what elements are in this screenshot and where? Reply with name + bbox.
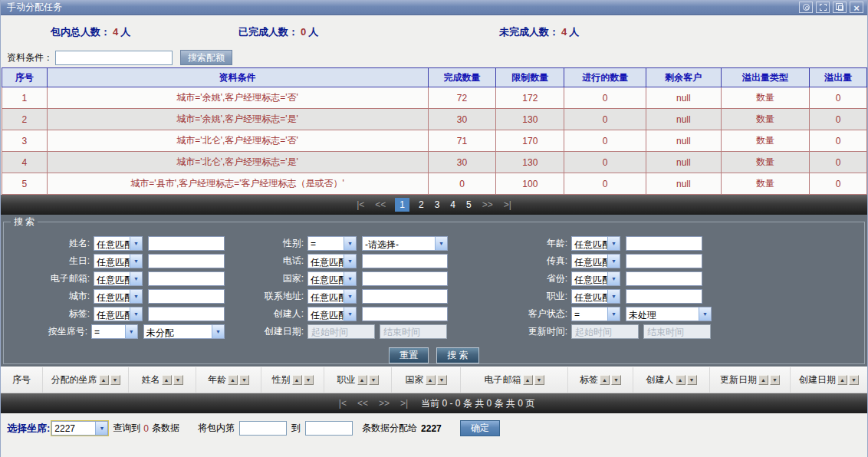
sort-asc-icon[interactable] <box>162 375 172 385</box>
sort-asc-icon[interactable] <box>523 375 533 385</box>
operator-select[interactable]: = <box>91 324 138 339</box>
field-input[interactable] <box>362 307 448 321</box>
match-mode-select[interactable]: 任意匹配 <box>94 236 143 251</box>
pager-page-5[interactable]: 5 <box>466 199 472 210</box>
value-select[interactable]: 未处理 <box>626 307 712 321</box>
pager-page-2[interactable]: 2 <box>419 199 424 210</box>
sort-asc-icon[interactable] <box>426 375 436 385</box>
confirm-button[interactable]: 确定 <box>460 420 500 436</box>
field-input[interactable] <box>362 254 448 268</box>
sort-asc-icon[interactable] <box>357 375 367 385</box>
date-start-input[interactable] <box>571 324 639 339</box>
search-form-rows: 姓名:任意匹配性别:=-请选择-年龄:任意匹配生日:任意匹配电话:任意匹配传真:… <box>4 235 864 340</box>
results-pager-last-button[interactable]: >| <box>400 398 408 409</box>
quota-cell: 0 <box>564 152 646 173</box>
sort-desc-icon[interactable] <box>534 375 544 385</box>
range-start-input[interactable] <box>239 421 287 436</box>
match-mode-select[interactable]: 任意匹配 <box>571 271 620 286</box>
field-input[interactable] <box>362 271 448 286</box>
field-input[interactable] <box>626 236 702 251</box>
search-quota-button[interactable]: 搜索配额 <box>180 50 232 65</box>
sort-desc-icon[interactable] <box>770 375 780 385</box>
pager-last-button[interactable]: >| <box>504 199 511 210</box>
chevron-down-icon <box>130 272 142 285</box>
quota-cell: 城市='北仑',客户经理标志='否' <box>47 130 428 152</box>
match-mode-select[interactable]: 任意匹配 <box>94 289 143 304</box>
field-input[interactable] <box>148 271 225 286</box>
results-column-11: 更新日期 <box>710 367 791 393</box>
minimize-button[interactable] <box>799 2 813 13</box>
field-input[interactable] <box>148 236 225 251</box>
date-end-input[interactable] <box>380 324 447 339</box>
search-form-row: 城市:任意匹配联系地址:任意匹配职业:任意匹配 <box>4 288 864 305</box>
results-column-7: 国家 <box>392 367 461 393</box>
sort-asc-icon[interactable] <box>600 375 610 385</box>
match-mode-select[interactable]: 任意匹配 <box>94 271 143 286</box>
pager-page-4[interactable]: 4 <box>450 199 455 210</box>
match-mode-select[interactable]: 任意匹配 <box>571 289 620 304</box>
field-input[interactable] <box>626 271 702 286</box>
results-pager-first-button[interactable]: |< <box>339 398 347 409</box>
quota-filter-bar: 资料条件： 搜索配额 <box>1 48 867 67</box>
found-prefix: 查询到 <box>113 422 140 435</box>
match-mode-select[interactable]: 任意匹配 <box>94 254 143 268</box>
quota-table-row: 5城市='县市',客户经理标志='客户经理标志（是或否）'01000null数量… <box>2 173 867 195</box>
close-button[interactable] <box>850 2 863 13</box>
pager-prev-button[interactable]: << <box>375 199 386 210</box>
match-mode-select[interactable]: 任意匹配 <box>307 289 357 304</box>
search-button[interactable]: 搜 索 <box>436 347 478 363</box>
sort-asc-icon[interactable] <box>292 375 302 385</box>
value-select[interactable]: 未分配 <box>143 324 225 339</box>
field-input[interactable] <box>148 307 225 321</box>
pager-next-button[interactable]: >> <box>482 199 493 210</box>
field-input[interactable] <box>626 254 702 268</box>
field-input[interactable] <box>626 289 702 304</box>
match-mode-select[interactable]: 任意匹配 <box>307 307 357 321</box>
match-mode-select[interactable]: 任意匹配 <box>94 307 143 321</box>
value-select[interactable]: -请选择- <box>362 236 448 251</box>
sort-desc-icon[interactable] <box>849 375 859 385</box>
sort-desc-icon[interactable] <box>369 375 379 385</box>
sort-desc-icon[interactable] <box>611 375 621 385</box>
results-pager-next-button[interactable]: >> <box>379 398 390 409</box>
sort-desc-icon[interactable] <box>110 375 120 385</box>
stat-value: 0 <box>301 26 306 38</box>
range-end-input[interactable] <box>305 421 353 436</box>
field-label: 城市: <box>4 290 94 303</box>
sort-asc-icon[interactable] <box>758 375 768 385</box>
search-form-row: 电子邮箱:任意匹配国家:任意匹配省份:任意匹配 <box>4 270 864 288</box>
operator-select[interactable]: = <box>307 236 357 251</box>
operator-select[interactable]: = <box>571 307 620 321</box>
date-end-input[interactable] <box>643 324 711 339</box>
results-pagination: |<<<>>>|当前 0 - 0 条 共 0 条 共 0 页 <box>1 393 867 413</box>
date-start-input[interactable] <box>307 324 375 339</box>
sort-desc-icon[interactable] <box>304 375 314 385</box>
maximize-button[interactable] <box>816 2 830 13</box>
agent-select[interactable]: 2227 <box>51 421 108 436</box>
quota-filter-input[interactable] <box>55 51 173 65</box>
match-mode-select[interactable]: 任意匹配 <box>307 254 357 268</box>
sort-asc-icon[interactable] <box>228 375 238 385</box>
sort-desc-icon[interactable] <box>687 375 697 385</box>
sort-desc-icon[interactable] <box>239 375 249 385</box>
match-mode-select[interactable]: 任意匹配 <box>571 236 620 251</box>
match-mode-select[interactable]: 任意匹配 <box>571 254 620 268</box>
field-input[interactable] <box>148 254 225 268</box>
pager-page-3[interactable]: 3 <box>435 199 440 210</box>
field-input[interactable] <box>148 289 225 304</box>
sort-asc-icon[interactable] <box>837 375 847 385</box>
pager-page-1[interactable]: 1 <box>395 198 409 212</box>
pager-first-button[interactable]: |< <box>357 199 364 210</box>
results-pager-prev-button[interactable]: << <box>357 398 368 409</box>
quota-cell: 2 <box>2 109 48 130</box>
reset-button[interactable]: 重置 <box>389 347 429 363</box>
match-mode-select-value: 任意匹配 <box>308 272 344 285</box>
sort-desc-icon[interactable] <box>173 375 183 385</box>
sort-asc-icon[interactable] <box>99 375 109 385</box>
sort-asc-icon[interactable] <box>676 375 686 385</box>
match-mode-select-value: 任意匹配 <box>94 290 130 303</box>
restore-button[interactable] <box>833 2 847 13</box>
match-mode-select[interactable]: 任意匹配 <box>307 271 357 286</box>
sort-desc-icon[interactable] <box>437 375 447 385</box>
field-input[interactable] <box>362 289 448 304</box>
